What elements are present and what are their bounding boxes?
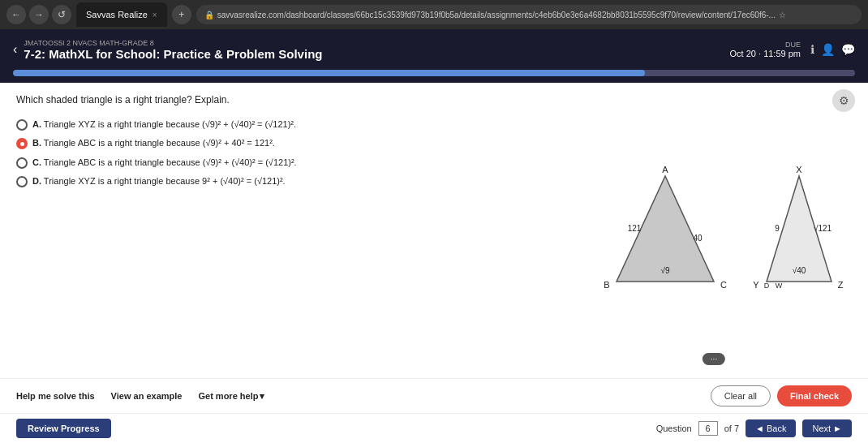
due-section: DUE Oct 20 · 11:59 pm <box>730 41 801 58</box>
question-navigation: Question 6 of 7 ◄ Back Next ► <box>656 419 852 437</box>
question-label: Question <box>656 424 692 433</box>
vertex-x-label: X <box>796 165 802 174</box>
next-question-button[interactable]: Next ► <box>802 419 852 437</box>
tab-close-button[interactable]: × <box>153 11 157 19</box>
refresh-button[interactable]: ↺ <box>52 5 71 24</box>
tab-title: Savvas Realize <box>86 10 148 19</box>
radio-d[interactable] <box>16 176 28 187</box>
address-bar[interactable]: 🔒 savvasrealize.com/dashboard/classes/66… <box>196 5 862 24</box>
question-left: Which shaded triangle is a right triangl… <box>16 94 560 372</box>
side-ab-label: 121 <box>628 224 642 233</box>
person-icon[interactable]: 👤 <box>821 43 835 56</box>
action-buttons: Clear all Final check <box>711 385 852 406</box>
help-me-solve-link[interactable]: Help me solve this <box>16 391 95 401</box>
star-icon: ☆ <box>779 11 786 19</box>
get-more-help-link[interactable]: Get more help ▾ <box>198 391 264 402</box>
review-progress-button[interactable]: Review Progress <box>16 419 111 438</box>
choice-b-text: B. Triangle ABC is a right triangle beca… <box>32 137 275 149</box>
page-title: 7-2: MathXL for School: Practice & Probl… <box>24 47 322 61</box>
bottom-actions: Help me solve this View an example Get m… <box>0 378 868 413</box>
nav-row: Review Progress Question 6 of 7 ◄ Back N… <box>0 413 868 443</box>
progress-bar-background <box>13 70 855 76</box>
browser-nav-buttons: ← → ↺ <box>6 5 71 24</box>
view-example-link[interactable]: View an example <box>111 391 183 401</box>
header-left: ‹ JMATOOS5I 2 NVACS MATH-GRADE 8 7-2: Ma… <box>13 39 322 61</box>
vertex-z-label: Z <box>838 280 844 290</box>
question-of: of 7 <box>724 424 739 433</box>
chevron-down-icon: ▾ <box>260 391 264 402</box>
vertex-c-label: C <box>720 280 727 290</box>
browser-chrome: ← → ↺ Savvas Realize × + 🔒 savvasrealize… <box>0 0 868 29</box>
radio-c[interactable] <box>16 157 28 169</box>
triangles-diagram: A B C 121 √9 40 X Y Z D W <box>576 94 852 372</box>
vertex-d-label: D <box>764 282 770 290</box>
back-arrow[interactable]: ‹ <box>13 42 17 57</box>
choice-c[interactable]: C. Triangle ABC is a right triangle beca… <box>16 157 560 169</box>
get-more-help-text: Get more help <box>198 391 258 401</box>
breadcrumb: JMATOOS5I 2 NVACS MATH-GRADE 8 <box>24 39 322 47</box>
side-yz-label: √40 <box>793 266 806 275</box>
content-area: ⚙ Which shaded triangle is a right trian… <box>0 83 868 443</box>
side-bc-label: √9 <box>660 266 669 275</box>
choice-a-text: A. Triangle XYZ is a right triangle beca… <box>32 118 296 131</box>
choice-a[interactable]: A. Triangle XYZ is a right triangle beca… <box>16 118 560 131</box>
side-ac-label: 40 <box>693 234 703 243</box>
vertex-a-label: A <box>662 165 668 174</box>
info-icon[interactable]: ℹ <box>810 43 814 56</box>
chat-icon[interactable]: 💬 <box>841 43 855 56</box>
new-tab-button[interactable]: + <box>172 5 191 24</box>
header-icons: ℹ 👤 💬 <box>810 43 855 56</box>
triangles-svg: A B C 121 √9 40 X Y Z D W <box>584 168 844 298</box>
side-xz-label: 9 <box>775 224 780 233</box>
back-button[interactable]: ← <box>6 5 26 24</box>
active-tab[interactable]: Savvas Realize × <box>76 2 167 27</box>
due-date: Oct 20 · 11:59 pm <box>730 49 801 58</box>
choice-b[interactable]: B. Triangle ABC is a right triangle beca… <box>16 137 560 149</box>
final-check-button[interactable]: Final check <box>777 385 852 406</box>
radio-a[interactable] <box>16 119 28 131</box>
lock-icon: 🔒 <box>204 11 214 19</box>
radio-b[interactable] <box>16 138 28 149</box>
question-section: Which shaded triangle is a right triangl… <box>0 83 868 378</box>
vertex-w-label: W <box>776 282 783 290</box>
question-text: Which shaded triangle is a right triangl… <box>16 94 560 105</box>
back-question-button[interactable]: ◄ Back <box>746 419 796 437</box>
question-number: 6 <box>698 421 718 436</box>
header-right: DUE Oct 20 · 11:59 pm ℹ 👤 💬 <box>730 41 855 58</box>
address-text: savvasrealize.com/dashboard/classes/66bc… <box>217 11 776 19</box>
expand-button[interactable]: ··· <box>703 353 725 365</box>
help-links: Help me solve this View an example Get m… <box>16 391 264 402</box>
top-header: ‹ JMATOOS5I 2 NVACS MATH-GRADE 8 7-2: Ma… <box>0 29 868 70</box>
answer-choices: A. Triangle XYZ is a right triangle beca… <box>16 118 560 188</box>
clear-all-button[interactable]: Clear all <box>711 385 771 406</box>
choice-d[interactable]: D. Triangle XYZ is a right triangle beca… <box>16 175 560 187</box>
forward-button[interactable]: → <box>29 5 49 24</box>
breadcrumb-section: JMATOOS5I 2 NVACS MATH-GRADE 8 7-2: Math… <box>24 39 322 61</box>
side-xy-label: √121 <box>814 224 832 233</box>
progress-area <box>0 70 868 83</box>
vertex-b-label: B <box>604 280 609 290</box>
app-container: ‹ JMATOOS5I 2 NVACS MATH-GRADE 8 7-2: Ma… <box>0 29 868 443</box>
vertex-y-label: Y <box>753 280 759 290</box>
choice-d-text: D. Triangle XYZ is a right triangle beca… <box>32 175 286 187</box>
due-label: DUE <box>730 41 801 49</box>
choice-c-text: C. Triangle ABC is a right triangle beca… <box>32 157 297 169</box>
progress-bar-fill <box>13 70 645 76</box>
